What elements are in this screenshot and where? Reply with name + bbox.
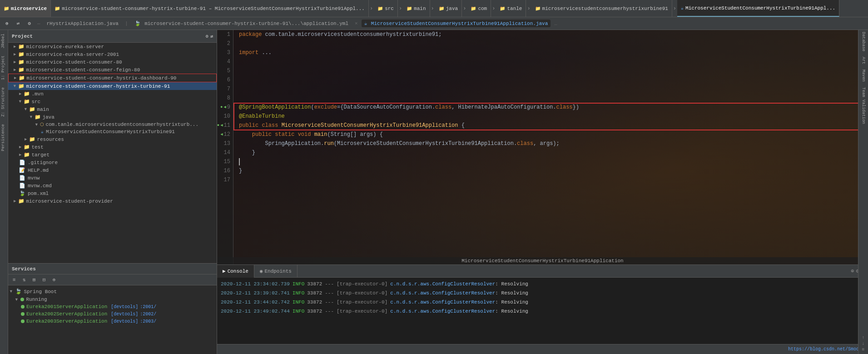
- project-panel: Project ⚙ ⇌ ▶ 📁 microservice-eureka-serv…: [8, 30, 217, 354]
- tab-src[interactable]: 📁 src: [374, 0, 398, 17]
- svc-list-btn[interactable]: ≡: [10, 276, 18, 284]
- tree-item-src[interactable]: ▶ 📁 src: [8, 98, 217, 105]
- folder-icon: 📁: [18, 83, 25, 89]
- tree-item-test[interactable]: ▶ 📁 test: [8, 143, 217, 151]
- tree-item-pomxml[interactable]: 🍃 pom.xml: [8, 189, 217, 197]
- code-lines[interactable]: package com.tanle.microservicestudentcon…: [233, 30, 868, 264]
- keyword-class: class: [435, 103, 451, 112]
- maven-label[interactable]: Maven: [861, 70, 866, 82]
- split-button[interactable]: ⇌: [14, 20, 23, 27]
- tree-item-hystrix-turbine-91[interactable]: ▶ 📁 microservice-student-consumer-hystri…: [8, 82, 217, 90]
- svc-sort-btn[interactable]: ⇅: [20, 276, 28, 284]
- tree-item-package[interactable]: ▶ ⬡ com.tanle.microservicestudentconsume…: [8, 121, 217, 128]
- tree-item-label: MicroserviceStudentConsumerHystrixTurbin…: [46, 129, 175, 135]
- tree-item-consumer-feign-80[interactable]: ▶ 📁 microservice-student-consumer-feign-…: [8, 66, 217, 74]
- eureka2003-app[interactable]: Eureka2003ServerApplication [devtools] :…: [8, 318, 217, 325]
- log-sep: ---: [325, 307, 334, 315]
- line-num-2: 2: [217, 39, 230, 48]
- tab-com[interactable]: 📁 com: [467, 0, 491, 17]
- folder-icon: 📁: [18, 51, 25, 57]
- console-tab-item[interactable]: ▶ Console: [217, 265, 254, 278]
- xml-icon: 🍃: [19, 190, 25, 196]
- tree-item-mvnwcmd[interactable]: 📄 mvnw.cmd: [8, 182, 217, 189]
- class-name: MicroserviceStudentConsumerHystrixTurbin…: [282, 121, 461, 130]
- keyword-class: class: [262, 121, 281, 130]
- file-icon: 📝: [19, 167, 25, 173]
- running-dot: [21, 305, 25, 309]
- project-split-icon[interactable]: ⇌: [210, 34, 213, 39]
- running-group[interactable]: ▶ Running: [8, 296, 217, 303]
- tab-project-name[interactable]: 📁 microservice-student-consumer-hystrix-…: [51, 0, 369, 17]
- tree-item-label: microservice-student-consumer-hystrix-tu…: [26, 84, 170, 89]
- tree-item-eureka-server-2001[interactable]: ▶ 📁 microservice-eureka-server-2001: [8, 50, 217, 58]
- scroll-down-btn[interactable]: ↓: [862, 341, 864, 346]
- tab-pkg-folder[interactable]: 📁 microservicestudentconsumerhystrixurbi…: [531, 0, 672, 17]
- jrebel-label[interactable]: JRebel: [0, 30, 8, 52]
- project-gear-icon[interactable]: ⚙: [206, 34, 208, 39]
- application-yml-tab[interactable]: 🍃 microservice-student-consumer-hystrix-…: [132, 20, 351, 27]
- code-line-15: [239, 157, 863, 166]
- tree-item-target[interactable]: ▶ 📁 target: [8, 151, 217, 159]
- log-level: INFO: [293, 307, 304, 315]
- arrow-icon: ▶: [18, 100, 23, 103]
- eureka2002-app[interactable]: Eureka2002ServerApplication [devtools] :…: [8, 310, 217, 318]
- team-validation-label[interactable]: Team Validation: [861, 87, 866, 124]
- java-icon: ☕: [41, 129, 44, 135]
- tree-item-helpmd[interactable]: 📝 HELP.md: [8, 166, 217, 174]
- tree-item-resources[interactable]: ▶ 📁 resources: [8, 135, 217, 143]
- eureka2001-app[interactable]: Eureka2001ServerApplication [devtools] :…: [8, 303, 217, 310]
- project-label[interactable]: 1: Project: [0, 52, 8, 84]
- main-app-tab[interactable]: ☕ MicroserviceStudentConsumerHystrixTurb…: [362, 20, 551, 27]
- code-text3: , HibernateJpaAutoConfiguration.: [451, 103, 556, 112]
- globe-button[interactable]: ⊕: [3, 20, 11, 27]
- endpoints-tab-label: Endpoints: [264, 269, 291, 274]
- tree-item-main[interactable]: ▶ 📁 main: [8, 105, 217, 113]
- code-area[interactable]: 1 2 3 4 5 6 7 8 ● ◀ 9 10: [217, 30, 868, 264]
- breadcrumb-sep6: ›: [527, 5, 530, 12]
- breadcrumb-sep3: ›: [431, 5, 434, 12]
- persistence-label[interactable]: Persistence: [0, 120, 8, 155]
- structure-label[interactable]: Z: Structure: [0, 84, 8, 120]
- tree-item-java[interactable]: ▶ 📁 java: [8, 113, 217, 121]
- bottom-status-bar: https://blog.csdn.net/Smooth: [217, 344, 868, 354]
- tab-label: java: [446, 6, 458, 11]
- tree-item-mvnw[interactable]: 📄 mvnw: [8, 174, 217, 182]
- scroll-arrows: ↑ ↓ ≡: [862, 335, 864, 352]
- tree-item-gitignore[interactable]: 📄 .gitignore: [8, 159, 217, 166]
- log-msg: : Resolving: [495, 289, 528, 297]
- tree-item-hystrix-dashboard-90[interactable]: ▶ 📁 microservice-student-consumer-hystri…: [8, 74, 217, 82]
- endpoints-tab-item[interactable]: ◉ Endpoints: [254, 265, 298, 278]
- scroll-up-btn[interactable]: ↑: [862, 335, 864, 340]
- file-icon: 📄: [19, 175, 25, 181]
- scroll-bar-btn[interactable]: ≡: [862, 347, 864, 352]
- tab-java[interactable]: 📁 java: [435, 0, 462, 17]
- arrow-icon: ▶: [9, 290, 14, 293]
- log-sep: ---: [325, 280, 334, 288]
- art-label[interactable]: Art: [861, 57, 866, 64]
- breadcrumb-sep2: ›: [399, 5, 402, 12]
- indent: }: [239, 148, 255, 157]
- database-label[interactable]: Database: [861, 32, 866, 51]
- line-num-16: 16: [217, 166, 230, 175]
- line-num-1: 1: [217, 30, 230, 39]
- tree-item-label: java: [42, 115, 54, 120]
- tree-item-student-provider[interactable]: ▶ 📁 microservice-student-provider: [8, 197, 217, 205]
- springboot-group[interactable]: ▶ 🍃 Spring Boot: [8, 287, 217, 296]
- tree-item-eureka-server[interactable]: ▶ 📁 microservice-eureka-server: [8, 43, 217, 50]
- console-globe-btn[interactable]: ⊕: [851, 268, 854, 274]
- tab-tanle[interactable]: 📁 tanle: [496, 0, 526, 17]
- folder-icon: 📁: [24, 99, 30, 105]
- svc-add-btn[interactable]: ⊕: [50, 276, 58, 284]
- tree-item-consumer-80[interactable]: ▶ 📁 microservice-student-consumer-80: [8, 58, 217, 66]
- tab-main-app[interactable]: ☕ MicroserviceStudentConsumerHystrixTurb…: [677, 0, 839, 17]
- hystrix-app-tab[interactable]: rHystrixApplication.java: [44, 20, 121, 27]
- indent: [239, 130, 252, 139]
- tab-main[interactable]: 📁 main: [403, 0, 430, 17]
- svc-filter-btn[interactable]: ⊟: [40, 276, 48, 284]
- tree-item-mvn[interactable]: ▶ 📁 .mvn: [8, 90, 217, 98]
- tab-microservice[interactable]: 📁 microservice: [0, 0, 51, 17]
- settings-button[interactable]: ⚙: [25, 20, 34, 27]
- tree-item-appclass[interactable]: ☕ MicroserviceStudentConsumerHystrixTurb…: [8, 128, 217, 135]
- line-num-14: 14: [217, 148, 230, 157]
- svc-group-btn[interactable]: ⊞: [30, 276, 38, 284]
